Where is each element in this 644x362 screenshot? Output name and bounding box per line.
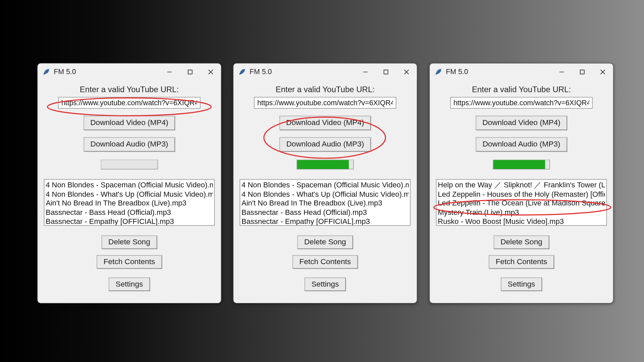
app-title: FM 5.0 — [446, 68, 468, 76]
progress-bar — [101, 160, 158, 169]
list-item[interactable]: Bassnectar - Bass Head (Official).mp3 — [46, 207, 213, 217]
url-prompt-label: Enter a valid YouTube URL: — [276, 85, 375, 94]
maximize-button[interactable] — [572, 63, 592, 80]
app-title: FM 5.0 — [250, 68, 272, 76]
list-item[interactable]: Ain't No Bread In The Breadbox (Live).mp… — [241, 198, 409, 207]
app-window: FM 5.0 Enter a valid YouTube URL: Downlo… — [233, 63, 417, 303]
list-item[interactable]: Mystery Train (Live).mp3 — [438, 207, 605, 217]
settings-button[interactable]: Settings — [109, 278, 150, 291]
list-item[interactable]: 4 Non Blondes - What's Up (Official Musi… — [241, 189, 409, 198]
song-listbox[interactable]: 4 Non Blondes - Spaceman (Official Music… — [240, 179, 411, 226]
titlebar[interactable]: FM 5.0 — [430, 63, 613, 80]
download-audio-button[interactable]: Download Audio (MP3) — [476, 137, 567, 152]
settings-button[interactable]: Settings — [305, 278, 345, 291]
progress-bar — [493, 160, 550, 169]
app-icon — [42, 68, 50, 76]
fetch-contents-button[interactable]: Fetch Contents — [489, 255, 554, 268]
app-icon — [238, 68, 246, 76]
download-audio-button[interactable]: Download Audio (MP3) — [279, 137, 371, 152]
url-input[interactable] — [254, 97, 396, 109]
song-listbox[interactable]: Help on the Way ／ Slipknot! ／ Franklin's… — [436, 179, 607, 226]
svg-rect-9 — [580, 70, 584, 74]
titlebar[interactable]: FM 5.0 — [38, 63, 221, 80]
delete-song-button[interactable]: Delete Song — [298, 236, 353, 249]
download-audio-button[interactable]: Download Audio (MP3) — [84, 137, 175, 152]
delete-song-button[interactable]: Delete Song — [494, 236, 549, 249]
download-video-button[interactable]: Download Video (MP4) — [476, 116, 567, 130]
app-icon — [434, 68, 442, 76]
url-prompt-label: Enter a valid YouTube URL: — [80, 85, 179, 94]
download-video-button[interactable]: Download Video (MP4) — [279, 116, 371, 130]
minimize-button[interactable] — [159, 63, 180, 80]
app-window: FM 5.0 Enter a valid YouTube URL: Downlo… — [37, 63, 221, 303]
app-window: FM 5.0 Enter a valid YouTube URL: Downlo… — [429, 63, 613, 303]
close-button[interactable] — [200, 63, 221, 80]
settings-button[interactable]: Settings — [501, 278, 542, 291]
list-item[interactable]: Bassnectar - Empathy [OFFICIAL].mp3 — [46, 217, 213, 226]
app-title: FM 5.0 — [54, 68, 76, 76]
list-item[interactable]: Ain't No Bread In The Breadbox (Live).mp… — [46, 198, 213, 207]
svg-rect-5 — [384, 70, 388, 74]
minimize-button[interactable] — [355, 63, 376, 80]
list-item[interactable]: Bassnectar - Bass Head (Official).mp3 — [241, 207, 409, 217]
delete-song-button[interactable]: Delete Song — [102, 236, 157, 249]
maximize-button[interactable] — [180, 63, 200, 80]
url-prompt-label: Enter a valid YouTube URL: — [472, 85, 571, 94]
song-listbox[interactable]: 4 Non Blondes - Spaceman (Official Music… — [44, 179, 215, 226]
fetch-contents-button[interactable]: Fetch Contents — [293, 255, 358, 268]
list-item[interactable]: Led Zeppelin - The Ocean (Live at Madiso… — [438, 198, 605, 207]
minimize-button[interactable] — [551, 63, 572, 80]
svg-rect-1 — [188, 70, 192, 74]
list-item[interactable]: 4 Non Blondes - Spaceman (Official Music… — [46, 180, 213, 189]
titlebar[interactable]: FM 5.0 — [233, 63, 417, 80]
close-button[interactable] — [396, 63, 417, 80]
list-item[interactable]: Rusko - Woo Boost [Music Video].mp3 — [438, 217, 605, 226]
url-input[interactable] — [450, 97, 593, 109]
list-item[interactable]: Led Zeppelin - Houses of the Holy (Remas… — [438, 189, 605, 198]
list-item[interactable]: 4 Non Blondes - What's Up (Official Musi… — [46, 189, 213, 198]
fetch-contents-button[interactable]: Fetch Contents — [97, 255, 162, 268]
url-input[interactable] — [58, 97, 201, 109]
maximize-button[interactable] — [376, 63, 396, 80]
close-button[interactable] — [592, 63, 613, 80]
progress-bar — [297, 160, 354, 169]
list-item[interactable]: Bassnectar - Empathy [OFFICIAL].mp3 — [241, 217, 409, 226]
list-item[interactable]: Help on the Way ／ Slipknot! ／ Franklin's… — [438, 180, 605, 189]
list-item[interactable]: 4 Non Blondes - Spaceman (Official Music… — [241, 180, 409, 189]
download-video-button[interactable]: Download Video (MP4) — [84, 116, 175, 130]
